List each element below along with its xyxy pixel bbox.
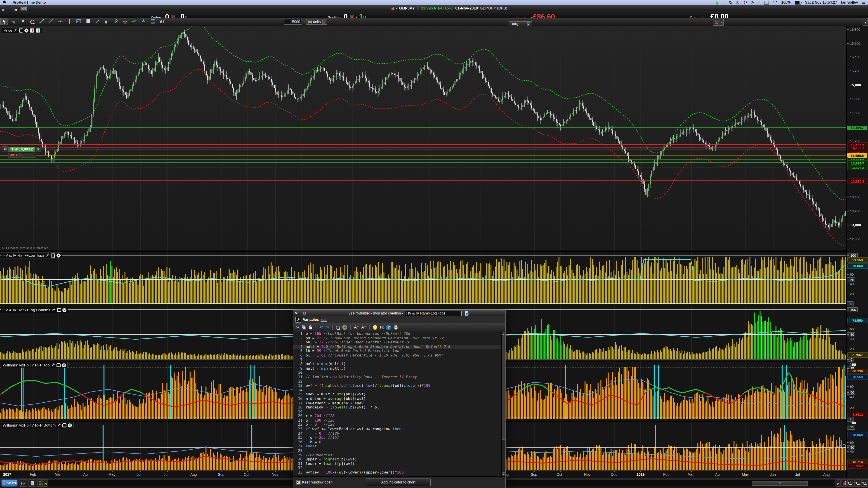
menubar-chart-icon[interactable] xyxy=(716,0,718,4)
apple-menu-icon[interactable] xyxy=(3,0,6,5)
alert-tool[interactable] xyxy=(20,18,27,25)
print-icon[interactable] xyxy=(394,323,399,331)
panel-maximize-icon[interactable] xyxy=(57,363,61,367)
keyboard-shortcut-button[interactable]: ⌨ xyxy=(20,6,27,11)
quantity-input[interactable]: 15000 xyxy=(284,19,302,25)
code-line[interactable]: 6pl = 1.01 //"Lowest Percentile - 1.10=9… xyxy=(293,353,505,358)
panel-settings-icon[interactable] xyxy=(52,307,56,313)
panel-settings-icon[interactable] xyxy=(57,423,61,428)
instrument-info-icon[interactable]: i xyxy=(416,6,419,10)
zoom-out-icon[interactable]: − xyxy=(855,480,861,487)
search-icon[interactable] xyxy=(336,323,340,331)
probuilder-close-button[interactable]: ✕ xyxy=(295,311,298,315)
scrollbar-thumb[interactable]: ≡ xyxy=(752,481,808,486)
panel-settings-icon[interactable] xyxy=(46,253,50,258)
zoom-in-icon[interactable]: + xyxy=(861,480,868,487)
extended-line-tool[interactable] xyxy=(48,18,55,25)
panel-close-icon[interactable]: ✕ xyxy=(57,253,61,257)
position-close-x-icon[interactable]: ✕ xyxy=(36,147,41,152)
probuilder-window[interactable]: ✕ _ □ ProBuilder - Indicator creation - … xyxy=(293,310,506,488)
clock-icon[interactable]: ◷ xyxy=(751,1,754,4)
code-scrollbar[interactable]: ▲ ▼ xyxy=(501,332,505,477)
code-line[interactable]: 27endif xyxy=(293,445,505,449)
arrow-markers-tool[interactable] xyxy=(140,18,147,25)
fibonacci-tool[interactable] xyxy=(149,18,156,25)
code-line[interactable]: 23if wvf <= lowerBand or wvf <= rangeLow… xyxy=(293,427,505,431)
menubar-windows-icon[interactable]: ⧉ xyxy=(729,1,732,4)
scroll-up-arrow[interactable]: ▲ xyxy=(502,332,506,336)
font-larger-icon[interactable]: A⁺ xyxy=(361,325,366,329)
panel-close-icon[interactable]: ✕ xyxy=(62,308,66,312)
code-line[interactable]: 11// Implied Low Volatility Rank -- Inve… xyxy=(293,375,505,379)
news-icon[interactable] xyxy=(28,480,36,487)
scroll-left-button[interactable]: ◀ xyxy=(43,480,48,487)
price-buy-icon[interactable]: ⬆ xyxy=(36,28,40,32)
unit-select[interactable]: (x) units▾ xyxy=(306,19,328,25)
menubar-list-icon[interactable]: ☰ xyxy=(862,1,865,4)
price-close-icon[interactable]: ✕ xyxy=(25,28,29,32)
add-chart-button[interactable]: ▾ xyxy=(713,19,724,26)
probuilder-titlebar[interactable]: ✕ _ □ ProBuilder - Indicator creation - … xyxy=(293,311,505,317)
menubar-f-icon[interactable]: ⓕ xyxy=(736,1,739,4)
price-sell-icon[interactable]: ⬇ xyxy=(30,28,35,32)
indicator-name-input[interactable]: HV & IV Rank+Log Tops xyxy=(404,311,461,316)
price-axis[interactable]: 15,80015,60015,40015,20015,00014,80014,6… xyxy=(846,26,868,478)
trading-accounts-icon[interactable]: ▾ xyxy=(19,480,27,487)
redo-icon[interactable]: ↷ xyxy=(326,325,329,330)
menubar-datetime[interactable]: Sat 2 Nov 16:54:27 xyxy=(805,0,837,4)
code-line[interactable]: 25 g = 255 //167 xyxy=(293,436,505,440)
ruler-tool[interactable]: ✎ xyxy=(11,19,18,26)
panel-close-icon[interactable]: ✕ xyxy=(62,363,66,367)
app-menu-title[interactable]: ProRealTime Demo xyxy=(13,0,46,4)
panel-close-icon[interactable]: ✕ xyxy=(68,423,72,427)
help-icon[interactable]: ? xyxy=(386,325,391,330)
functions-icon[interactable]: ƒx xyxy=(379,325,384,330)
code-line[interactable]: 16midLine = average[bbl](wvf) xyxy=(293,397,505,401)
delete-drawing-tool[interactable] xyxy=(94,18,101,25)
panel-settings-icon[interactable] xyxy=(51,363,55,367)
comment-icon[interactable]: // xyxy=(342,325,347,330)
open-position-tag[interactable]: ⚙ 1 @ 14,083.2 ✕ -86.6 -£86.60 xyxy=(2,147,41,158)
share-button[interactable]: Share xyxy=(1,480,18,487)
cursor-tool[interactable] xyxy=(0,18,8,25)
spotlight-icon[interactable] xyxy=(743,1,747,4)
code-line[interactable]: 31lower = lowest[p](wvf) xyxy=(293,462,505,466)
toolbar-collapse-handle[interactable]: ◀ xyxy=(863,19,868,26)
code-line[interactable]: 15sDev = mult * std[bbl](wvf) xyxy=(293,392,505,397)
code-line[interactable]: 33wvflev = 100-((wvf-lower)/(upper-lower… xyxy=(293,470,505,475)
price-chart-canvas[interactable] xyxy=(0,26,846,250)
position-gear-icon[interactable]: ⚙ xyxy=(2,147,8,152)
variables-add-link[interactable]: add xyxy=(320,318,327,322)
price-settings-icon[interactable] xyxy=(14,28,18,33)
code-line[interactable]: 26 b = 0 xyxy=(293,440,505,445)
scroll-down-arrow[interactable]: ▼ xyxy=(502,472,506,477)
quantity-stepper[interactable]: ▲▼ xyxy=(303,20,305,24)
keep-open-checkbox[interactable]: ✓ xyxy=(296,480,301,485)
add-indicator-button[interactable]: Add indicator to chart xyxy=(366,479,431,486)
menubar-grid-icon[interactable]: ⣿ xyxy=(722,1,725,4)
trendline-tool[interactable] xyxy=(38,18,45,25)
code-line[interactable]: 9mult = min(mult,5) xyxy=(293,366,505,371)
probuilder-help-icon[interactable]: ? xyxy=(464,311,469,316)
wifi-icon[interactable] xyxy=(773,0,777,4)
probuilder-minimize-button[interactable]: _ xyxy=(300,311,302,315)
panel-maximize-icon[interactable] xyxy=(51,253,55,257)
scroll-right-button[interactable]: ▶ xyxy=(836,480,841,487)
copy-icon[interactable] xyxy=(302,323,306,331)
paste-icon[interactable] xyxy=(309,323,313,331)
text-tool[interactable]: T xyxy=(85,18,91,25)
tip-lightbulb-icon[interactable] xyxy=(373,325,377,330)
trash-tool[interactable] xyxy=(103,18,110,25)
variables-wrench-icon[interactable] xyxy=(295,317,301,323)
candle-analysis-tool[interactable] xyxy=(158,18,165,25)
instrument-dropdown-caret[interactable]: ▾ xyxy=(396,6,397,10)
probuilder-restore-button[interactable]: □ xyxy=(303,311,306,315)
zoom-tool[interactable] xyxy=(29,19,36,25)
indicator-panel-canvas-0[interactable] xyxy=(0,251,846,305)
code-line[interactable]: 18rangeLow = (lowest[lb](wvf)) * pl xyxy=(293,405,505,410)
code-scroll-thumb[interactable] xyxy=(502,336,506,440)
cut-icon[interactable]: ✂ xyxy=(296,325,300,330)
chart-pattern-tool[interactable] xyxy=(75,18,82,25)
menubar-user[interactable]: Ian Solley xyxy=(841,0,858,4)
panel-maximize-icon[interactable] xyxy=(57,308,61,312)
